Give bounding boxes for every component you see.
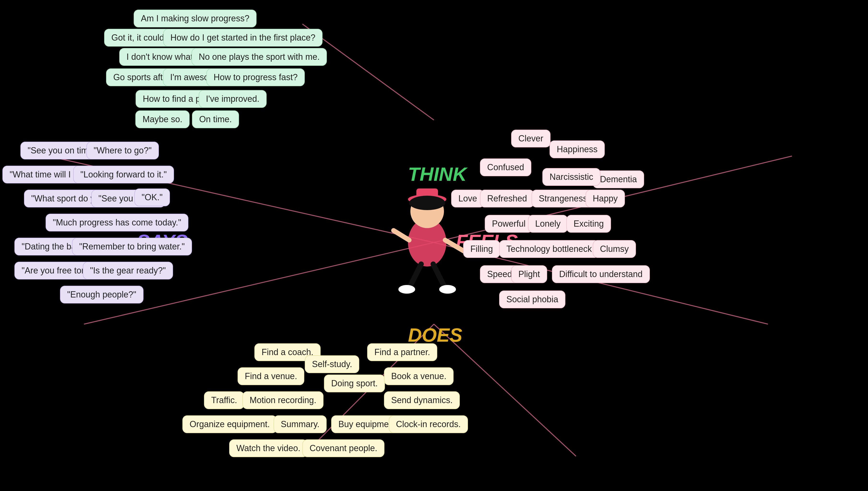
feels-tag-17: Plight (511, 265, 547, 283)
does-tag-15: Covenant people. (302, 439, 384, 457)
svg-point-16 (439, 285, 456, 294)
says-tag-4: "Looking forward to it." (73, 166, 174, 183)
does-tag-6: Book a venue. (384, 367, 454, 385)
svg-point-17 (409, 196, 445, 210)
feels-tag-13: Filling (463, 240, 500, 258)
feels-tag-6: Love (451, 190, 484, 207)
think-tag-3: How do I get started in the first place? (163, 29, 322, 47)
does-label: DOES (408, 324, 462, 346)
feels-tag-3: Confused (480, 158, 531, 176)
says-tag-12: "Is the gear ready?" (83, 262, 173, 280)
think-tag-1: Am I making slow progress? (134, 9, 256, 27)
does-tag-5: Doing sport. (324, 375, 385, 392)
svg-line-11 (394, 231, 409, 240)
feels-tag-8: Strangeness (532, 190, 594, 207)
think-tag-5: No one plays the sport with me. (191, 48, 327, 66)
says-tag-8: "Much progress has come today." (45, 214, 188, 231)
feels-tag-15: Clumsy (593, 240, 636, 258)
feels-tag-10: Powerful (485, 215, 533, 233)
svg-line-14 (433, 264, 444, 286)
does-tag-8: Motion recording. (242, 392, 323, 409)
says-tag-7: "OK." (134, 189, 170, 206)
does-tag-11: Summary. (274, 415, 327, 433)
svg-line-12 (445, 240, 466, 252)
feels-tag-1: Clever (511, 129, 551, 147)
svg-point-15 (398, 285, 415, 294)
feels-tag-5: Narcissistic (542, 168, 600, 186)
think-tag-10: I've improved. (199, 90, 267, 108)
feels-tag-4: Dementia (593, 171, 644, 188)
feels-tag-14: Technology bottleneck (499, 240, 599, 258)
does-tag-9: Send dynamics. (384, 392, 460, 409)
feels-tag-12: Exciting (566, 215, 611, 233)
does-tag-14: Watch the video. (229, 439, 308, 457)
does-tag-10: Organize equipment. (182, 415, 277, 433)
think-tag-12: On time. (192, 111, 239, 128)
feels-tag-2: Happiness (550, 141, 605, 158)
says-tag-10: "Remember to bring water." (72, 238, 192, 256)
does-tag-13: Clock-in records. (389, 415, 468, 433)
does-tag-3: Find a partner. (367, 343, 437, 361)
think-tag-8: How to progress fast? (206, 68, 305, 86)
does-tag-7: Traffic. (204, 392, 244, 409)
says-tag-13: "Enough people?" (60, 286, 144, 304)
svg-line-13 (410, 264, 421, 286)
feels-tag-18: Difficult to understand (552, 265, 650, 283)
feels-tag-19: Social phobia (499, 290, 565, 308)
says-tag-2: "Where to go?" (86, 142, 159, 160)
feels-tag-11: Lonely (528, 215, 568, 233)
feels-tag-7: Refreshed (480, 190, 534, 207)
think-tag-11: Maybe so. (135, 111, 190, 128)
feels-tag-9: Happy (586, 190, 625, 207)
does-tag-2: Self-study. (305, 355, 359, 373)
does-tag-4: Find a venue. (238, 367, 304, 385)
